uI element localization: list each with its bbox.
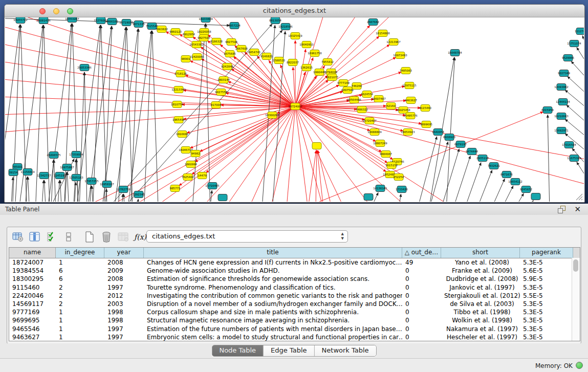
graph-node-label: 8822037 — [287, 61, 299, 64]
graph-edge — [24, 177, 27, 202]
table-cell-pagerank: 5.6E-5 — [520, 267, 573, 275]
table-select-dropdown[interactable]: citations_edges.txt ▲▼ — [146, 230, 348, 243]
import-table-icon[interactable] — [116, 230, 131, 244]
graph-node-label: 8912954 — [183, 33, 195, 36]
canvas-resize-grip[interactable] — [576, 194, 582, 200]
column-header-short[interactable]: short — [441, 248, 520, 258]
graph-node-label: 10975887 — [60, 166, 74, 169]
table-row[interactable]: 946362711997Embryonic stem cells: a mode… — [9, 333, 580, 341]
graph-node-label: 9827503 — [198, 36, 210, 39]
table-cell-name: 14569117 — [9, 300, 56, 308]
table-cell-year: 2009 — [104, 267, 144, 275]
table-row[interactable]: 2242004622012Investigating the contribut… — [9, 292, 580, 300]
graph-node-label: 1733426 — [396, 188, 408, 191]
table-row[interactable]: 1830029562008Estimation of significance … — [9, 275, 580, 283]
table-browser: ƒ(x) citations_edges.txt ▲▼ namein_degre… — [7, 227, 581, 344]
graph-edge — [315, 150, 317, 202]
graph-edge — [152, 31, 159, 202]
float-panel-icon[interactable] — [558, 206, 565, 213]
table-settings-icon[interactable] — [10, 230, 26, 244]
memory-status-indicator[interactable] — [576, 362, 583, 369]
select-checked-icon[interactable] — [44, 230, 59, 244]
close-panel-icon[interactable]: ✕ — [574, 205, 581, 214]
column-header-year[interactable]: year — [104, 248, 144, 258]
graph-edge — [28, 177, 31, 202]
table-cell-name: 9465546 — [9, 325, 56, 333]
table-row[interactable]: 911546021997Tourette syndrome. Phenomeno… — [9, 283, 580, 292]
graph-node[interactable] — [218, 194, 227, 201]
graph-node-label: 22420046 — [190, 55, 204, 58]
graph-edge — [40, 180, 43, 202]
graph-node[interactable] — [531, 193, 540, 200]
table-cell-in_degree: 1 — [56, 308, 104, 316]
table-cell-pagerank: 5.9E-5 — [520, 275, 573, 283]
graph-node-label: 2718126 — [175, 72, 187, 75]
graph-node[interactable] — [312, 143, 321, 149]
graph-edge — [568, 76, 584, 96]
new-document-icon[interactable] — [82, 230, 97, 244]
table-cell-short: Jankovic et al. (1997) — [441, 283, 520, 292]
column-header-title[interactable]: title — [144, 248, 402, 258]
table-row[interactable]: 977716911998Corpus callosum shape and si… — [9, 308, 580, 316]
table-type-tabs: Node TableEdge TableNetwork Table — [211, 345, 376, 357]
network-window-titlebar[interactable]: citations_edges.txt — [5, 5, 584, 17]
graph-node-label: 16553287 — [65, 17, 79, 20]
graph-node[interactable] — [364, 194, 373, 201]
graph-node-label: 985771 — [170, 187, 181, 190]
table-cell-year: 1997 — [104, 325, 144, 333]
function-builder-icon[interactable]: ƒ(x) — [133, 230, 148, 244]
tab-node-table[interactable]: Node Table — [212, 345, 264, 356]
table-row[interactable]: 969969511998Structural magnetic resonanc… — [9, 316, 580, 324]
table-row[interactable]: 946554611997Estimation of the future num… — [9, 325, 580, 333]
table-cell-out_de: 0 — [402, 300, 441, 308]
column-header-name[interactable]: name — [9, 248, 56, 258]
column-header-out_de[interactable]: △ out_de… — [402, 248, 441, 258]
network-canvas[interactable]: 1872400718300295140557122009143616553287… — [5, 17, 584, 202]
table-cell-pagerank: 5.5E-5 — [520, 292, 573, 300]
graph-node-label: 39154 — [9, 171, 18, 174]
table-cell-name: 18300295 — [9, 275, 56, 283]
table-cell-short: Franke et al. (2009) — [441, 267, 520, 275]
column-header-pagerank[interactable]: pagerank — [520, 248, 573, 258]
table-row[interactable]: 1872400712008Changes of HCN gene express… — [9, 258, 580, 267]
show-columns-icon[interactable] — [27, 230, 42, 244]
graph-node-label: 9427552 — [215, 91, 227, 94]
status-bar: Memory: OK — [0, 358, 588, 372]
table-cell-year: 1998 — [104, 316, 144, 324]
table-cell-out_de: 0 — [402, 333, 441, 341]
citation-graph[interactable]: 1872400718300295140557122009143616553287… — [5, 17, 584, 202]
graph-node-label: 17359934 — [69, 153, 83, 156]
graph-edge — [318, 150, 339, 202]
table-row[interactable]: 1938455462009Genome-wide association stu… — [9, 267, 580, 275]
table-cell-name: 9463627 — [9, 333, 56, 341]
network-view-window[interactable]: citations_edges.txt 18724007183002951405… — [4, 4, 585, 203]
row-height-icon[interactable] — [61, 230, 76, 244]
tab-edge-table[interactable]: Edge Table — [264, 345, 314, 356]
graph-node-label: 8938923 — [443, 136, 455, 139]
graph-node-label: 15716485 — [205, 184, 219, 187]
table-cell-title: Tourette syndrome. Phenomenology and cla… — [144, 283, 402, 292]
tab-network-table[interactable]: Network Table — [315, 345, 376, 356]
table-cell-in_degree: 2 — [56, 292, 104, 300]
graph-edge — [295, 106, 312, 202]
graph-edge — [103, 26, 112, 202]
table-cell-year: 2008 — [104, 275, 144, 283]
table-panel-title: Table Panel — [5, 206, 39, 213]
graph-node-label: 12975115 — [402, 84, 416, 87]
delete-trash-icon[interactable] — [99, 230, 114, 244]
table-cell-in_degree: 6 — [56, 267, 104, 275]
graph-edge — [444, 156, 470, 202]
table-cell-in_degree: 1 — [56, 258, 104, 267]
scrollbar-thumb[interactable] — [573, 259, 578, 272]
table-row[interactable]: 1456911722003Disruption of a novel membe… — [9, 300, 580, 308]
graph-node-label: 18300295 — [265, 114, 279, 117]
table-cell-out_de: 0 — [402, 316, 441, 324]
column-header-in_degree[interactable]: in_degree — [56, 248, 104, 258]
table-vertical-scrollbar[interactable] — [572, 258, 580, 341]
graph-node-label: 1588520 — [273, 59, 286, 62]
table-cell-in_degree: 1 — [56, 325, 104, 333]
graph-node-label: 16961758 — [308, 52, 322, 55]
graph-node-label: 10025458 — [396, 108, 410, 112]
table-cell-title: Genome-wide association studies in ADHD. — [144, 267, 402, 275]
graph-edge — [571, 61, 584, 80]
